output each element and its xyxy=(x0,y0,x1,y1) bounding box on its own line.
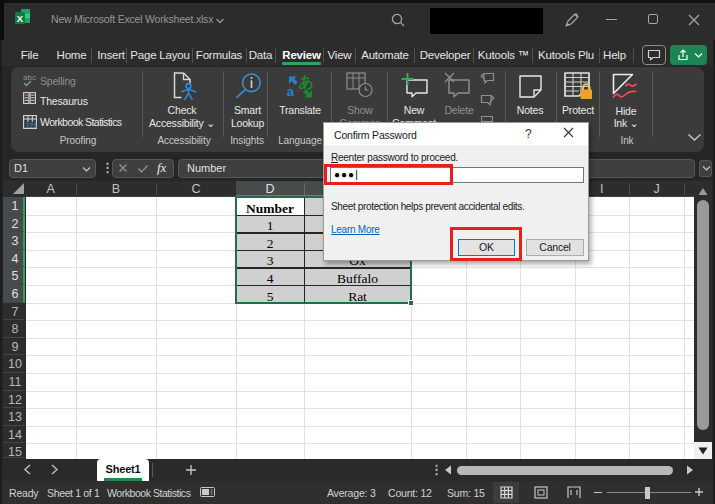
svg-text:あ: あ xyxy=(299,73,314,91)
svg-text:abc: abc xyxy=(23,73,36,82)
svg-text:X: X xyxy=(17,13,24,24)
svg-text:123: 123 xyxy=(26,122,37,129)
svg-text:a: a xyxy=(287,84,295,99)
